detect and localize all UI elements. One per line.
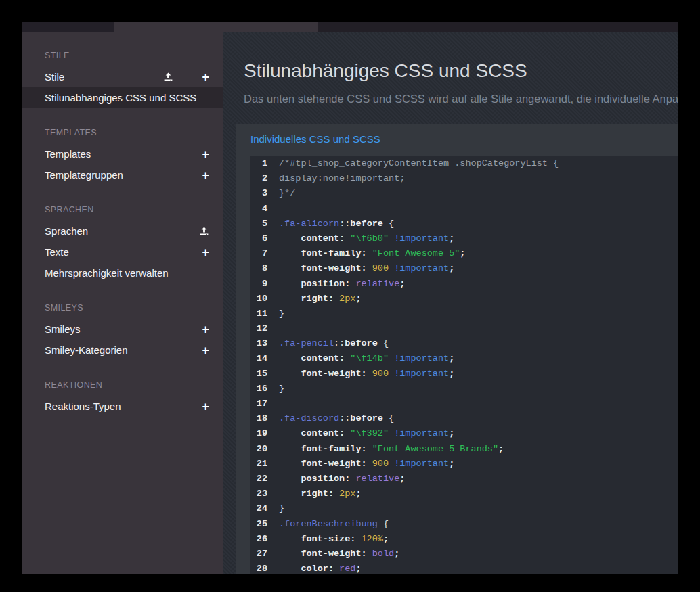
code-line: 27 font-weight: bold;: [250, 547, 678, 562]
line-number: 18: [250, 411, 274, 426]
sidebar-section-title: TEMPLATES: [22, 122, 223, 143]
sidebar-item-templategruppen[interactable]: Templategruppen+: [22, 164, 223, 185]
code-text: content: "\f14b" !important;: [274, 351, 454, 366]
sidebar-section-title: SMILEYS: [22, 298, 223, 319]
code-text: }: [274, 501, 284, 516]
add-icon[interactable]: +: [202, 248, 209, 257]
code-line: 24}: [250, 501, 678, 516]
line-number: 12: [250, 321, 274, 336]
line-number: 15: [250, 367, 274, 382]
code-text: display:none!important;: [274, 171, 405, 186]
sidebar-section-title: STILE: [22, 45, 223, 66]
code-line: 28 color: red;: [250, 562, 678, 574]
code-text: color: red;: [274, 562, 362, 574]
sidebar-item-label: Reaktions-Typen: [45, 401, 202, 412]
sidebar-item-smiley-kategorien[interactable]: Smiley-Kategorien+: [22, 340, 223, 361]
sidebar-item-actions: +: [202, 150, 209, 159]
code-line: 23 right: 2px;: [250, 486, 678, 501]
code-line: 10 right: 2px;: [250, 292, 678, 306]
code-text: .fa-pencil::before {: [274, 336, 389, 351]
code-line: 19 content: "\f392" !important;: [250, 426, 678, 441]
code-line: 7 font-family: "Font Awesome 5";: [250, 246, 678, 261]
sidebar-item-smileys[interactable]: Smileys+: [22, 319, 223, 340]
line-number: 20: [250, 442, 274, 457]
code-line: 15 font-weight: 900 !important;: [250, 367, 678, 382]
code-line: 9 position: relative;: [250, 277, 678, 292]
sidebar-item-mehrsprachigkeit-verwalten[interactable]: Mehrsprachigkeit verwalten: [22, 263, 223, 283]
sidebar-section: REAKTIONENReaktions-Typen+: [22, 375, 223, 417]
code-line: 4: [250, 202, 678, 217]
panel-header-individuelles-css: Individuelles CSS und SCSS: [236, 124, 678, 156]
line-number: 28: [250, 562, 274, 574]
code-text: font-family: "Font Awesome 5";: [274, 246, 465, 261]
sidebar-item-texte[interactable]: Texte+: [22, 242, 223, 263]
line-number: 7: [250, 246, 274, 261]
code-text: [274, 396, 279, 411]
sidebar-item-actions: +: [202, 346, 209, 355]
line-number: 21: [250, 457, 274, 472]
sidebar-item-actions: +: [202, 170, 209, 180]
code-line: 11}: [250, 306, 678, 321]
line-number: 1: [250, 156, 274, 171]
sidebar-item-label: Texte: [45, 246, 202, 258]
code-line: 22 position: relative;: [250, 472, 678, 486]
code-text: position: relative;: [274, 277, 405, 292]
line-number: 24: [250, 501, 274, 516]
add-icon[interactable]: +: [202, 72, 209, 82]
line-number: 16: [250, 382, 274, 396]
sidebar-item-actions: [199, 227, 209, 236]
code-line: 5.fa-alicorn::before {: [250, 217, 678, 231]
upload-icon[interactable]: [199, 227, 209, 236]
code-text: [274, 202, 279, 217]
add-icon[interactable]: +: [202, 402, 209, 411]
sidebar-section-title: REAKTIONEN: [22, 375, 223, 396]
sidebar-item-templates[interactable]: Templates+: [22, 143, 223, 164]
code-text: font-weight: 900 !important;: [274, 457, 454, 472]
code-text: font-weight: 900 !important;: [274, 261, 454, 276]
code-line: 3}*/: [250, 186, 678, 201]
sidebar-item-label: Smileys: [45, 323, 202, 335]
sidebar-section-title: SPRACHEN: [22, 200, 223, 221]
upload-icon[interactable]: [163, 72, 173, 82]
code-line: 2display:none!important;: [250, 171, 678, 186]
line-number: 6: [250, 231, 274, 246]
code-text: font-family: "Font Awesome 5 Brands";: [274, 442, 504, 457]
code-line: 20 font-family: "Font Awesome 5 Brands";: [250, 442, 678, 457]
top-tab-strip: [22, 22, 678, 32]
add-icon[interactable]: +: [202, 346, 209, 355]
code-text: content: "\f6b0" !important;: [274, 231, 454, 246]
line-number: 9: [250, 277, 274, 292]
add-icon[interactable]: +: [202, 150, 209, 159]
code-text: [274, 321, 279, 336]
sidebar-item-label: Stilunabhängiges CSS und SCSS: [45, 92, 209, 104]
code-text: .fa-discord::before {: [274, 411, 394, 426]
line-number: 22: [250, 472, 274, 486]
sidebar-item-stile[interactable]: Stile+: [22, 66, 223, 87]
code-line: 6 content: "\f6b0" !important;: [250, 231, 678, 246]
sidebar-item-label: Mehrsprachigkeit verwalten: [45, 267, 209, 279]
add-icon[interactable]: +: [202, 325, 209, 334]
code-line: 12: [250, 321, 678, 336]
add-icon[interactable]: +: [202, 170, 209, 180]
code-line: 18.fa-discord::before {: [250, 411, 678, 426]
line-number: 8: [250, 261, 274, 276]
line-number: 23: [250, 486, 274, 501]
sidebar-item-label: Stile: [45, 71, 163, 83]
top-tab-right[interactable]: [318, 22, 678, 32]
line-number: 27: [250, 547, 274, 562]
line-number: 26: [250, 532, 274, 547]
code-text: .fa-alicorn::before {: [274, 217, 394, 231]
top-tab-left[interactable]: [22, 22, 114, 32]
code-text: content: "\f392" !important;: [274, 426, 454, 441]
css-code-editor[interactable]: 1/*#tpl_shop_categoryContentItem .shopCa…: [250, 156, 678, 574]
line-number: 4: [250, 202, 274, 217]
code-text: font-size: 120%;: [274, 532, 389, 547]
code-line: 8 font-weight: 900 !important;: [250, 261, 678, 276]
sidebar-item-stilunabhängiges-css-und-scss[interactable]: Stilunabhängiges CSS und SCSS: [22, 87, 223, 108]
code-line: 13.fa-pencil::before {: [250, 336, 678, 351]
sidebar-item-reaktions-typen[interactable]: Reaktions-Typen+: [22, 396, 223, 417]
sidebar-item-sprachen[interactable]: Sprachen: [22, 221, 223, 242]
code-line: 25.forenBeschreibung {: [250, 517, 678, 532]
top-tab-active: [114, 22, 318, 32]
acp-window: STILEStile+Stilunabhängiges CSS und SCSS…: [0, 0, 700, 592]
